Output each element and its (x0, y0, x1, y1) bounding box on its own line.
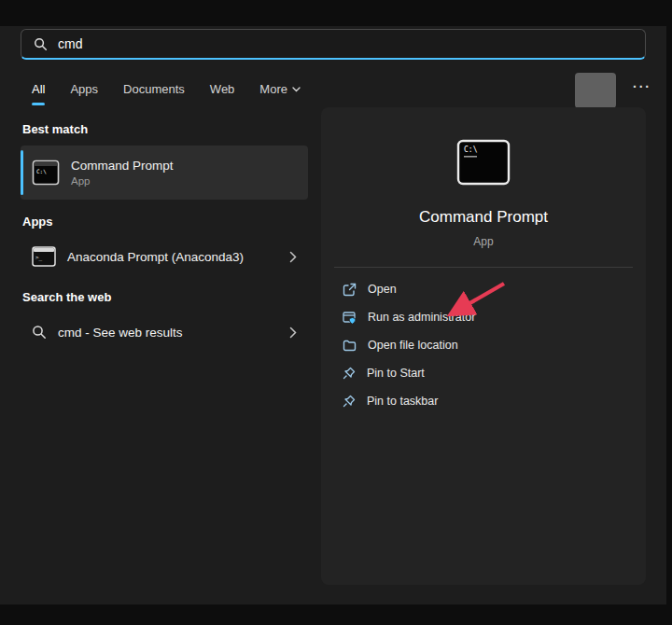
search-icon (32, 325, 47, 340)
folder-icon (343, 340, 357, 352)
action-open[interactable]: Open (334, 275, 633, 303)
result-command-prompt[interactable]: C:\ Command Prompt App (21, 146, 308, 200)
results-column: Best match C:\ Command Prompt App Apps (21, 107, 308, 351)
result-title: Command Prompt (71, 159, 174, 173)
search-bar[interactable] (21, 29, 646, 60)
profile-button[interactable] (575, 73, 616, 108)
action-pin-to-start[interactable]: Pin to Start (334, 359, 633, 387)
search-icon (34, 37, 48, 51)
chevron-right-icon[interactable] (289, 326, 297, 339)
result-title: cmd - See web results (58, 326, 183, 340)
action-run-as-administrator[interactable]: Run as administrator (334, 303, 633, 331)
preview-panel: C:\ Command Prompt App Open (321, 107, 646, 585)
terminal-icon: >_ (32, 246, 56, 267)
action-label: Open (368, 283, 397, 296)
search-flyout: All Apps Documents Web More ··· Best mat… (0, 26, 666, 604)
result-title: Anaconda Prompt (Anaconda3) (67, 250, 244, 264)
tab-apps[interactable]: Apps (70, 82, 98, 105)
tab-more[interactable]: More (259, 82, 301, 105)
pin-icon (343, 395, 356, 408)
section-header-best-match: Best match (22, 122, 308, 136)
svg-text:C:\: C:\ (464, 146, 478, 154)
svg-text:>_: >_ (35, 254, 43, 261)
pin-icon (343, 367, 356, 380)
open-icon (343, 283, 357, 297)
action-label: Pin to taskbar (367, 395, 438, 408)
run-as-admin-icon (343, 311, 357, 325)
command-prompt-icon: C:\ (456, 139, 511, 186)
chevron-right-icon[interactable] (289, 251, 297, 263)
result-web-search[interactable]: cmd - See web results (21, 313, 308, 351)
divider (334, 267, 633, 268)
tab-all[interactable]: All (32, 82, 45, 105)
more-options-icon[interactable]: ··· (633, 79, 651, 94)
search-filter-tabs: All Apps Documents Web More (32, 82, 646, 105)
section-header-search-the-web: Search the web (22, 290, 308, 304)
action-label: Pin to Start (367, 367, 425, 380)
action-pin-to-taskbar[interactable]: Pin to taskbar (334, 387, 633, 415)
action-open-file-location[interactable]: Open file location (334, 331, 633, 359)
svg-text:C:\: C:\ (36, 168, 47, 174)
action-label: Open file location (368, 339, 458, 352)
action-label: Run as administrator (368, 311, 475, 324)
preview-title: Command Prompt (334, 208, 633, 227)
tab-web[interactable]: Web (210, 82, 235, 105)
command-prompt-icon: C:\ (32, 160, 60, 186)
preview-subtitle: App (334, 235, 633, 248)
result-anaconda-prompt[interactable]: >_ Anaconda Prompt (Anaconda3) (21, 238, 308, 275)
chevron-down-icon (292, 87, 301, 92)
search-input[interactable] (58, 36, 633, 51)
result-subtitle: App (71, 175, 174, 187)
section-header-apps: Apps (22, 215, 308, 229)
tab-documents[interactable]: Documents (123, 82, 185, 105)
